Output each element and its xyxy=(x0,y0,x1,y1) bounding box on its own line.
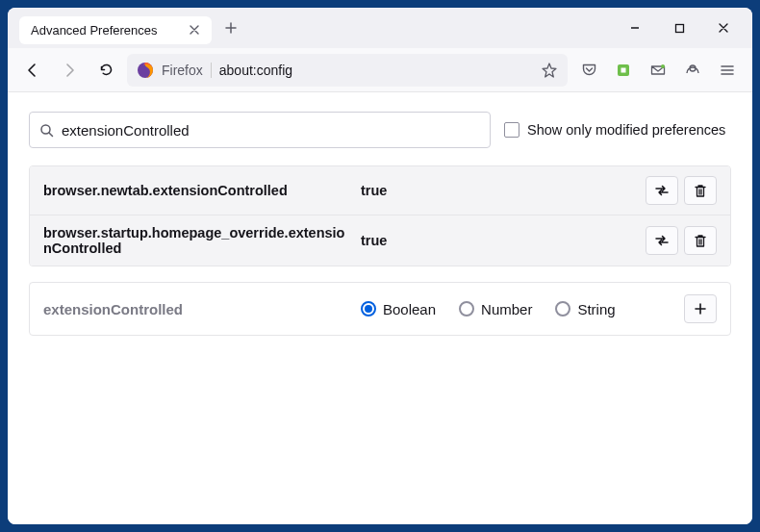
radio-number[interactable]: Number xyxy=(459,301,532,317)
extension-icon[interactable] xyxy=(608,55,639,86)
row-actions xyxy=(646,226,717,255)
tab-active[interactable]: Advanced Preferences xyxy=(19,16,212,44)
toggle-button[interactable] xyxy=(646,176,678,205)
checkbox-icon xyxy=(504,122,519,138)
pref-row: browser.newtab.extensionControlled true xyxy=(30,166,730,215)
back-button[interactable] xyxy=(17,55,48,86)
show-modified-label: Show only modified preferences xyxy=(527,122,725,138)
minimize-button[interactable] xyxy=(614,13,656,43)
radio-string[interactable]: String xyxy=(555,301,615,317)
window-controls xyxy=(614,13,745,43)
delete-button[interactable] xyxy=(684,226,717,255)
url-text: about:config xyxy=(219,63,292,78)
identity-label: Firefox xyxy=(162,63,212,78)
pref-value: true xyxy=(361,233,636,248)
row-actions xyxy=(646,176,717,205)
pref-value: true xyxy=(361,183,636,198)
svg-rect-0 xyxy=(675,24,683,32)
radio-label: Boolean xyxy=(383,301,436,317)
radio-boolean[interactable]: Boolean xyxy=(361,301,436,317)
pref-name: browser.newtab.extensionControlled xyxy=(43,183,351,198)
about-config-content: Show only modified preferences browser.n… xyxy=(8,92,752,524)
account-icon[interactable] xyxy=(677,55,708,86)
prefs-table: browser.newtab.extensionControlled true … xyxy=(29,165,731,266)
tab-title: Advanced Preferences xyxy=(31,23,158,38)
mail-icon[interactable] xyxy=(643,55,673,86)
search-icon xyxy=(39,123,54,138)
browser-window: Advanced Preferences xyxy=(8,8,752,524)
new-tab-button[interactable] xyxy=(217,14,244,41)
reload-button[interactable] xyxy=(90,55,121,86)
url-bar[interactable]: Firefox about:config xyxy=(127,54,568,87)
nav-toolbar: Firefox about:config xyxy=(8,48,752,92)
menu-icon[interactable] xyxy=(712,55,743,86)
titlebar: Advanced Preferences xyxy=(8,8,752,48)
toggle-button[interactable] xyxy=(646,226,678,255)
pocket-icon[interactable] xyxy=(573,55,604,86)
maximize-button[interactable] xyxy=(658,13,700,43)
pref-name: browser.startup.homepage_override.extens… xyxy=(43,225,351,256)
firefox-icon xyxy=(137,62,154,79)
delete-button[interactable] xyxy=(684,176,717,205)
radio-icon xyxy=(459,301,474,317)
search-box[interactable] xyxy=(29,112,491,148)
radio-icon xyxy=(555,301,570,317)
svg-point-4 xyxy=(661,64,665,68)
radio-icon xyxy=(361,301,376,317)
radio-label: Number xyxy=(481,301,532,317)
toolbar-right-icons xyxy=(573,55,743,86)
search-row: Show only modified preferences xyxy=(29,112,731,148)
close-icon[interactable] xyxy=(189,24,200,36)
show-modified-checkbox[interactable]: Show only modified preferences xyxy=(504,122,725,138)
search-input[interactable] xyxy=(62,122,480,139)
close-window-button[interactable] xyxy=(702,13,745,43)
type-radio-group: Boolean Number String xyxy=(361,301,674,317)
svg-rect-3 xyxy=(621,67,626,72)
add-button[interactable] xyxy=(684,294,717,323)
add-pref-row: extensionControlled Boolean Number Strin… xyxy=(29,282,731,336)
new-pref-name: extensionControlled xyxy=(43,301,351,317)
forward-button[interactable] xyxy=(54,55,85,86)
bookmark-star-icon[interactable] xyxy=(541,62,558,79)
radio-label: String xyxy=(577,301,615,317)
pref-row: browser.startup.homepage_override.extens… xyxy=(30,215,730,266)
